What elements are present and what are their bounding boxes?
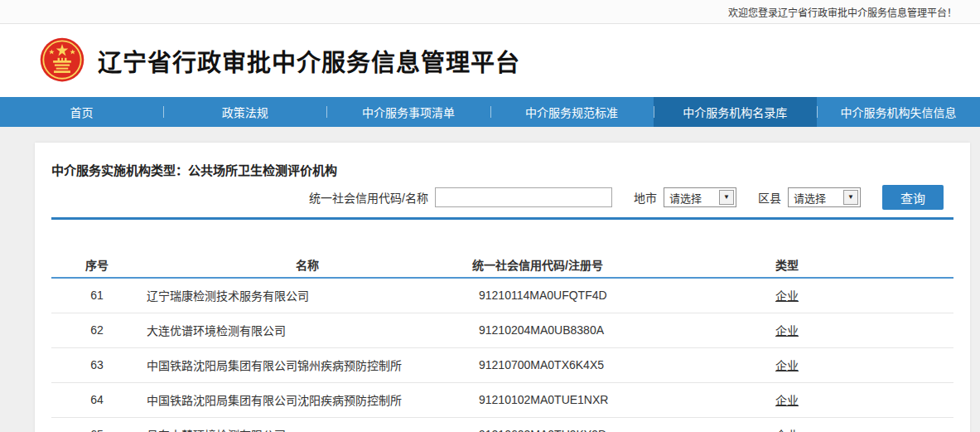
table-header-row: 序号 名称 统一社会信用代码/注册号 类型 bbox=[51, 251, 953, 278]
keyword-input[interactable] bbox=[435, 187, 612, 207]
row-type-link[interactable]: 企业 bbox=[775, 289, 799, 303]
row-name: 辽宁瑞康检测技术服务有限公司 bbox=[142, 278, 472, 313]
search-divider bbox=[51, 217, 953, 220]
row-seq: 64 bbox=[51, 382, 142, 417]
col-header-code: 统一社会信用代码/注册号 bbox=[472, 251, 729, 278]
page-background: 中介服务实施机构类型：公共场所卫生检测评价机构 统一社会信用代码/名称 地市 请… bbox=[0, 127, 980, 432]
welcome-bar: 欢迎您登录辽宁省行政审批中介服务信息管理平台！ bbox=[0, 0, 980, 24]
nav-item-5[interactable]: 中介服务机构失信信息 bbox=[817, 97, 980, 127]
search-toolbar: 统一社会信用代码/名称 地市 请选择 ▼ 区县 请选择 ▼ 查询 bbox=[51, 185, 953, 210]
nav-item-1[interactable]: 政策法规 bbox=[163, 97, 326, 127]
main-nav: 首页政策法规中介服务事项清单中介服务规范标准中介服务机构名录库中介服务机构失信信… bbox=[0, 97, 980, 127]
col-header-name: 名称 bbox=[142, 251, 472, 278]
row-code: 91210603MA0TU9KY9D bbox=[472, 417, 729, 432]
row-type-link[interactable]: 企业 bbox=[775, 324, 799, 337]
row-type-link[interactable]: 企业 bbox=[775, 429, 799, 432]
nav-item-2[interactable]: 中介服务事项清单 bbox=[326, 97, 490, 127]
district-select[interactable]: 请选择 ▼ bbox=[788, 187, 861, 207]
col-header-type: 类型 bbox=[729, 251, 845, 278]
org-table: 序号 名称 统一社会信用代码/注册号 类型 61 辽宁瑞康检测技术服务有限公司 … bbox=[51, 251, 953, 432]
city-label: 地市 bbox=[634, 189, 657, 206]
site-header: 辽宁省行政审批中介服务信息管理平台 bbox=[0, 24, 980, 97]
col-header-seq: 序号 bbox=[51, 251, 142, 278]
table-row: 62 大连优谱环境检测有限公司 91210204MA0UB8380A 企业 bbox=[51, 313, 953, 347]
row-seq: 65 bbox=[51, 417, 142, 432]
table-row: 61 辽宁瑞康检测技术服务有限公司 91210114MA0UFQTF4D 企业 bbox=[51, 278, 953, 313]
row-seq: 62 bbox=[51, 313, 142, 347]
content-card: 中介服务实施机构类型：公共场所卫生检测评价机构 统一社会信用代码/名称 地市 请… bbox=[35, 143, 970, 432]
district-select-value: 请选择 bbox=[789, 190, 826, 206]
row-seq: 61 bbox=[51, 278, 142, 313]
row-code: 91210114MA0UFQTF4D bbox=[472, 278, 729, 313]
chevron-down-icon[interactable]: ▼ bbox=[719, 190, 734, 205]
row-type-link[interactable]: 企业 bbox=[775, 394, 799, 407]
nav-item-3[interactable]: 中介服务规范标准 bbox=[490, 97, 654, 127]
row-name: 中国铁路沈阳局集团有限公司锦州疾病预防控制所 bbox=[142, 347, 472, 382]
row-name: 大连优谱环境检测有限公司 bbox=[142, 313, 472, 347]
national-emblem-icon bbox=[38, 36, 86, 85]
row-name: 丹东中慧环境检测有限公司 bbox=[142, 417, 472, 432]
site-title: 辽宁省行政审批中介服务信息管理平台 bbox=[98, 43, 520, 78]
table-row: 63 中国铁路沈阳局集团有限公司锦州疾病预防控制所 91210700MA0TX6… bbox=[51, 347, 953, 382]
keyword-label: 统一社会信用代码/名称 bbox=[309, 189, 428, 206]
table-row: 65 丹东中慧环境检测有限公司 91210603MA0TU9KY9D 企业 bbox=[51, 417, 953, 432]
section-title: 中介服务实施机构类型：公共场所卫生检测评价机构 bbox=[51, 161, 953, 178]
welcome-text: 欢迎您登录辽宁省行政审批中介服务信息管理平台！ bbox=[728, 5, 957, 19]
nav-item-0[interactable]: 首页 bbox=[0, 97, 163, 127]
row-seq: 63 bbox=[51, 347, 142, 382]
row-type-link[interactable]: 企业 bbox=[775, 359, 799, 372]
nav-item-4[interactable]: 中介服务机构名录库 bbox=[654, 97, 817, 127]
row-code: 91210102MA0TUE1NXR bbox=[472, 382, 729, 417]
chevron-down-icon[interactable]: ▼ bbox=[843, 190, 858, 205]
row-code: 91210204MA0UB8380A bbox=[472, 313, 729, 347]
table-row: 64 中国铁路沈阳局集团有限公司沈阳疾病预防控制所 91210102MA0TUE… bbox=[51, 382, 953, 417]
row-code: 91210700MA0TX6K4X5 bbox=[472, 347, 729, 382]
city-select-value: 请选择 bbox=[664, 190, 702, 206]
city-select[interactable]: 请选择 ▼ bbox=[664, 187, 736, 207]
row-name: 中国铁路沈阳局集团有限公司沈阳疾病预防控制所 bbox=[142, 382, 472, 417]
district-label: 区县 bbox=[758, 189, 781, 206]
query-button[interactable]: 查询 bbox=[882, 185, 944, 210]
